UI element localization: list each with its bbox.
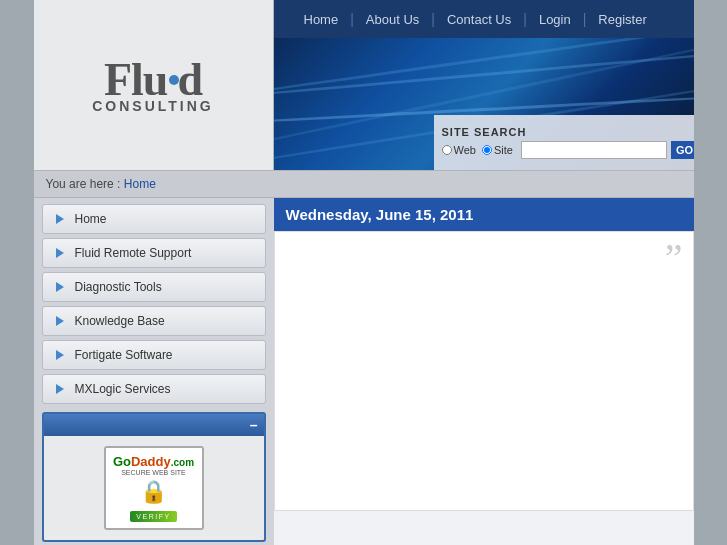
- diagnostic-icon: [53, 280, 67, 294]
- nav-register[interactable]: Register: [588, 12, 656, 27]
- content-body: ”: [274, 231, 694, 511]
- page-wrapper: Flud CONSULTING Home | About Us | Contac…: [34, 0, 694, 545]
- header-right: Home | About Us | Contact Us | Login | R…: [274, 0, 694, 170]
- search-row: Web Site GO: [442, 141, 686, 159]
- search-go-button[interactable]: GO: [671, 141, 694, 159]
- sidebar-label-mxlogic: MXLogic Services: [75, 382, 171, 396]
- nav-sep-1: |: [348, 11, 356, 27]
- radio-web-label: Web: [454, 144, 476, 156]
- search-label: SITE SEARCH: [442, 126, 686, 138]
- logo: Flud CONSULTING: [92, 57, 214, 113]
- radio-site-input[interactable]: [482, 145, 492, 155]
- sidebar-item-diagnostic-tools[interactable]: Diagnostic Tools: [42, 272, 266, 302]
- godaddy-daddy: Daddy: [131, 454, 171, 469]
- radio-web[interactable]: Web: [442, 144, 476, 156]
- sidebar-item-mxlogic[interactable]: MXLogic Services: [42, 374, 266, 404]
- widget-body: Go Daddy .com SECURE WEB SITE 🔒 VERIFY: [44, 436, 264, 540]
- logo-area: Flud CONSULTING: [34, 0, 274, 170]
- sidebar-item-home[interactable]: Home: [42, 204, 266, 234]
- fortigate-icon: [53, 348, 67, 362]
- breadcrumb-current[interactable]: Home: [124, 177, 156, 191]
- widget-header: –: [44, 414, 264, 436]
- sidebar-widget: – Go Daddy .com SECURE WEB SITE 🔒 VERIFY: [42, 412, 266, 542]
- sidebar-item-remote-support[interactable]: Fluid Remote Support: [42, 238, 266, 268]
- radio-site[interactable]: Site: [482, 144, 513, 156]
- nav-sep-4: |: [581, 11, 589, 27]
- nav-home[interactable]: Home: [294, 12, 349, 27]
- remote-support-icon: [53, 246, 67, 260]
- mxlogic-icon: [53, 382, 67, 396]
- sidebar-label-remote-support: Fluid Remote Support: [75, 246, 192, 260]
- godaddy-dotcom: .com: [171, 457, 194, 468]
- sidebar-label-knowledge-base: Knowledge Base: [75, 314, 165, 328]
- sidebar: Home Fluid Remote Support Diagnostic Too…: [34, 198, 274, 545]
- nav-bar: Home | About Us | Contact Us | Login | R…: [274, 0, 694, 38]
- header: Flud CONSULTING Home | About Us | Contac…: [34, 0, 694, 170]
- nav-sep-3: |: [521, 11, 529, 27]
- content-area: Wednesday, June 15, 2011 ”: [274, 198, 694, 545]
- home-icon: [53, 212, 67, 226]
- sidebar-label-fortigate: Fortigate Software: [75, 348, 173, 362]
- main-area: Home Fluid Remote Support Diagnostic Too…: [34, 198, 694, 545]
- radio-site-label: Site: [494, 144, 513, 156]
- content-date-bar: Wednesday, June 15, 2011: [274, 198, 694, 231]
- knowledge-base-icon: [53, 314, 67, 328]
- sidebar-label-diagnostic: Diagnostic Tools: [75, 280, 162, 294]
- quote-mark: ”: [665, 238, 683, 278]
- widget-collapse-button[interactable]: –: [250, 417, 258, 433]
- radio-group: Web Site: [442, 144, 513, 156]
- radio-web-input[interactable]: [442, 145, 452, 155]
- nav-sep-2: |: [429, 11, 437, 27]
- logo-dot: [169, 75, 179, 85]
- nav-contact[interactable]: Contact Us: [437, 12, 521, 27]
- sidebar-item-fortigate[interactable]: Fortigate Software: [42, 340, 266, 370]
- godaddy-secure-text: SECURE WEB SITE: [112, 469, 196, 477]
- nav-login[interactable]: Login: [529, 12, 581, 27]
- nav-about[interactable]: About Us: [356, 12, 429, 27]
- breadcrumb: You are here : Home: [34, 170, 694, 198]
- search-input[interactable]: [521, 141, 667, 159]
- godaddy-badge[interactable]: Go Daddy .com SECURE WEB SITE 🔒 VERIFY: [104, 446, 204, 530]
- search-area: SITE SEARCH Web Site GO: [434, 115, 694, 170]
- godaddy-go: Go: [113, 454, 131, 469]
- verify-badge[interactable]: VERIFY: [130, 511, 176, 522]
- breadcrumb-prefix: You are here :: [46, 177, 121, 191]
- logo-fluid-text: Flud: [92, 57, 214, 103]
- lock-icon: 🔒: [112, 479, 196, 505]
- sidebar-item-knowledge-base[interactable]: Knowledge Base: [42, 306, 266, 336]
- sidebar-label-home: Home: [75, 212, 107, 226]
